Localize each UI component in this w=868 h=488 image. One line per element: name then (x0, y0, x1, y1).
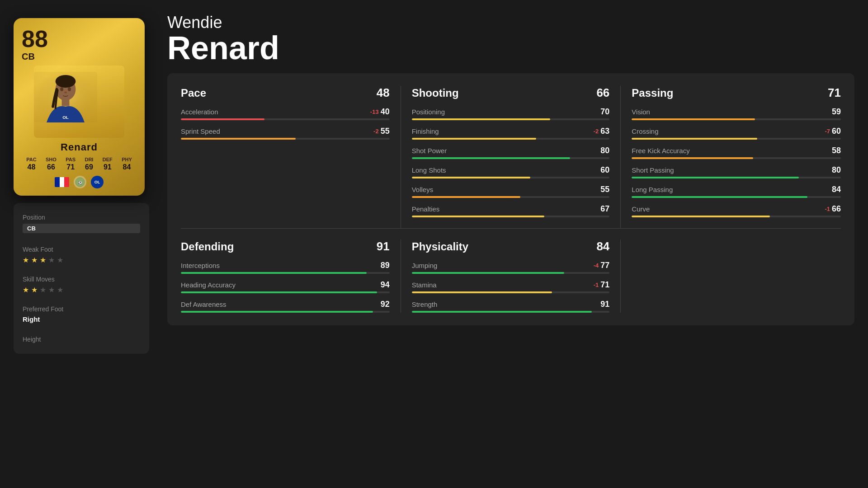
stat-value-group: -166 (825, 204, 841, 214)
preferred-foot-section: Preferred Foot Right (23, 305, 140, 323)
shooting-stats-list: Positioning70Finishing-263Shot Power80Lo… (412, 107, 610, 217)
card-stat-dri: DRI 69 (85, 157, 93, 171)
stat-row-header: Sprint Speed-255 (181, 127, 390, 136)
stat-bar-fill (632, 157, 753, 159)
svg-point-3 (60, 87, 63, 91)
stat-name: Free Kick Accuracy (632, 147, 689, 155)
stat-value-group: -1340 (370, 107, 390, 117)
stat-bar-track (181, 272, 390, 274)
shooting-header: Shooting 66 (412, 86, 610, 100)
passing-section: Passing 71 Vision59Crossing-760Free Kick… (621, 86, 841, 228)
stat-value-group: 60 (600, 165, 609, 175)
card-player-name: Renard (22, 141, 137, 153)
stat-bar-fill (181, 118, 264, 120)
card-stat-def: DEF 91 (103, 157, 113, 171)
stat-row-header: Long Passing84 (632, 185, 841, 194)
stat-bar-track (412, 272, 610, 274)
stat-number: 40 (381, 107, 390, 117)
stat-row: Finishing-263 (412, 127, 610, 140)
stat-bar-fill (632, 196, 807, 198)
stat-value-group: 84 (832, 185, 841, 194)
stat-row-header: Long Shots60 (412, 165, 610, 175)
stat-bar-track (181, 311, 390, 313)
main-content: Wendie Renard Pace 48 Acceleration-1340S… (167, 14, 854, 325)
stat-name: Positioning (412, 108, 445, 116)
skill-moves-section: Skill Moves ★ ★ ★ ★ ★ (23, 276, 140, 293)
card-stats-row: PAC 48 SHO 66 PAS 71 DRI 69 DEF 91 PHY 8… (22, 157, 137, 171)
flag-stripe-blue (55, 177, 60, 187)
stat-value-group: 58 (832, 146, 841, 155)
stat-name: Vision (632, 108, 650, 116)
stat-number: 94 (381, 280, 390, 290)
card-player-image: OL (34, 66, 124, 138)
card-stat-pas-value: 71 (66, 163, 75, 171)
sidebar-info: Position CB Weak Foot ★ ★ ★ ★ ★ Skill Mo… (14, 203, 149, 354)
stat-name: Crossing (632, 127, 658, 135)
stat-row: Heading Accuracy94 (181, 280, 390, 293)
card-stat-dri-label: DRI (85, 157, 93, 162)
stat-value-group: 55 (600, 185, 609, 194)
stat-name: Shot Power (412, 147, 447, 155)
flag-stripe-red (64, 177, 69, 187)
stat-modifier: -1 (594, 282, 599, 288)
card-stat-pac: PAC 48 (26, 157, 36, 171)
stat-name: Heading Accuracy (181, 281, 236, 289)
stat-name: Long Passing (632, 186, 673, 193)
card-position: CB (22, 52, 35, 62)
svg-point-4 (68, 87, 71, 91)
stat-bar-fill (181, 291, 377, 293)
card-stat-sho-label: SHO (46, 157, 57, 162)
stat-row: Acceleration-1340 (181, 107, 390, 120)
stat-bar-fill (412, 272, 564, 274)
stat-name: Long Shots (412, 166, 446, 174)
empty-section (621, 239, 841, 313)
stat-row-header: Shot Power80 (412, 146, 610, 155)
stat-row-header: Stamina-171 (412, 280, 610, 290)
player-name-header: Wendie Renard (167, 14, 854, 64)
defending-header: Defending 91 (181, 239, 390, 253)
stat-row: Long Passing84 (632, 185, 841, 198)
svg-point-2 (56, 75, 76, 88)
weak-foot-section: Weak Foot ★ ★ ★ ★ ★ (23, 246, 140, 263)
shooting-label: Shooting (412, 87, 459, 99)
stat-value-group: 70 (600, 107, 609, 117)
stat-bar-fill (632, 118, 755, 120)
stat-bar-track (412, 157, 610, 159)
stat-number: 66 (832, 204, 841, 214)
weak-foot-label: Weak Foot (23, 246, 140, 253)
stat-value-group: -477 (594, 261, 610, 270)
svg-text:⚽: ⚽ (78, 181, 82, 185)
stat-name: Sprint Speed (181, 127, 220, 135)
stat-value-group: -255 (373, 127, 390, 136)
stat-value-group: 94 (381, 280, 390, 290)
stat-row: Crossing-760 (632, 127, 841, 140)
card-stat-pas-label: PAS (66, 157, 75, 162)
stats-container: Pace 48 Acceleration-1340Sprint Speed-25… (167, 73, 854, 325)
card-stat-phy-label: PHY (122, 157, 132, 162)
weak-foot-stars: ★ ★ ★ ★ ★ (23, 256, 140, 263)
stat-number: 91 (600, 300, 609, 309)
stats-divider (181, 228, 841, 229)
skill-star-3: ★ (40, 286, 47, 293)
card-stat-def-label: DEF (103, 157, 113, 162)
stat-number: 84 (832, 185, 841, 194)
stat-bar-fill (412, 177, 531, 178)
card-stat-phy-value: 84 (123, 163, 131, 171)
stat-bar-fill (181, 272, 367, 274)
player-first-name: Wendie (167, 14, 854, 32)
stat-name: Acceleration (181, 108, 218, 116)
stat-number: 55 (381, 127, 390, 136)
stat-value-group: -760 (825, 127, 841, 136)
stat-modifier: -7 (825, 128, 830, 135)
stat-name: Penalties (412, 205, 440, 213)
stat-modifier: -2 (594, 128, 599, 135)
stat-bar-track (632, 177, 841, 178)
skill-star-2: ★ (31, 286, 38, 293)
player-silhouette: OL (34, 66, 97, 129)
stat-name: Finishing (412, 127, 439, 135)
stat-number: 71 (600, 280, 609, 290)
card-rating: 88 (22, 27, 48, 51)
star-4: ★ (48, 256, 56, 263)
stat-bar-fill (181, 138, 296, 140)
stats-top-grid: Pace 48 Acceleration-1340Sprint Speed-25… (181, 86, 841, 228)
